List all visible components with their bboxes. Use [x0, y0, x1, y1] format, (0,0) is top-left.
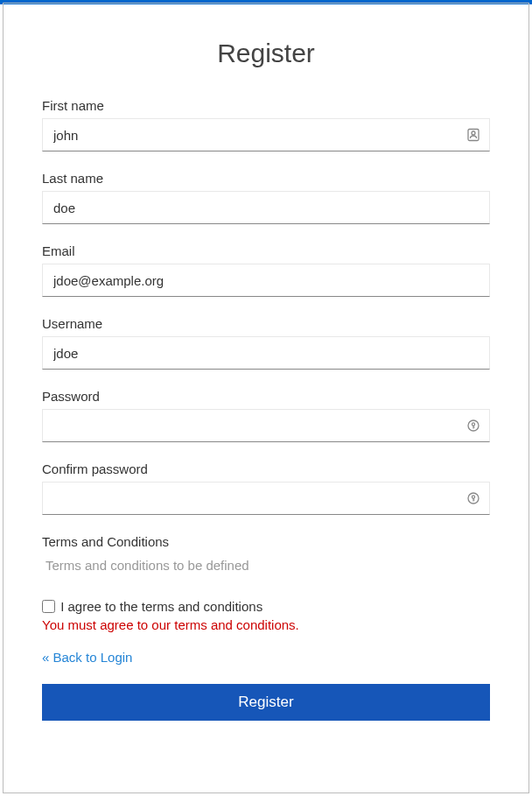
- last-name-group: Last name: [42, 171, 490, 224]
- terms-body: Terms and conditions to be defined: [42, 556, 490, 574]
- terms-error: You must agree to our terms and conditio…: [42, 617, 490, 632]
- register-form: Register First name Last name: [4, 4, 528, 747]
- password-input-wrap: [42, 409, 490, 442]
- confirm-password-group: Confirm password: [42, 461, 490, 515]
- first-name-input[interactable]: [42, 118, 490, 151]
- register-button[interactable]: Register: [42, 684, 490, 721]
- email-label: Email: [42, 243, 490, 258]
- confirm-password-label: Confirm password: [42, 461, 490, 476]
- first-name-label: First name: [42, 98, 490, 113]
- last-name-input-wrap: [42, 191, 490, 224]
- terms-checkbox-label: I agree to the terms and conditions: [60, 599, 262, 614]
- terms-checkbox-row: I agree to the terms and conditions: [42, 599, 490, 614]
- username-input-wrap: [42, 336, 490, 370]
- first-name-input-wrap: [42, 118, 490, 151]
- terms-heading: Terms and Conditions: [42, 534, 490, 549]
- first-name-group: First name: [42, 98, 490, 151]
- terms-group: Terms and Conditions Terms and condition…: [42, 534, 490, 574]
- password-input[interactable]: [42, 409, 490, 442]
- username-input[interactable]: [42, 336, 490, 370]
- username-group: Username: [42, 316, 490, 370]
- email-group: Email: [42, 243, 490, 297]
- confirm-password-input[interactable]: [42, 482, 490, 515]
- card-border: Register First name Last name: [3, 3, 529, 793]
- terms-checkbox[interactable]: [42, 600, 55, 613]
- page-title: Register: [42, 39, 490, 68]
- back-to-login-link[interactable]: « Back to Login: [42, 650, 132, 665]
- email-input[interactable]: [42, 264, 490, 297]
- last-name-input[interactable]: [42, 191, 490, 224]
- username-label: Username: [42, 316, 490, 331]
- password-group: Password: [42, 389, 490, 442]
- password-label: Password: [42, 389, 490, 404]
- last-name-label: Last name: [42, 171, 490, 186]
- email-input-wrap: [42, 264, 490, 297]
- confirm-password-input-wrap: [42, 482, 490, 515]
